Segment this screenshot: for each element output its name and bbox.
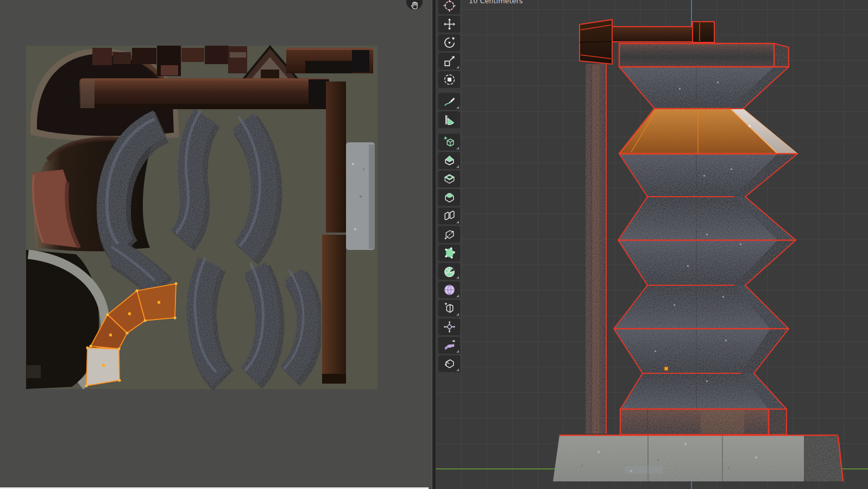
- transform-icon: [443, 73, 456, 86]
- tool-edge-slide-button[interactable]: [438, 300, 460, 317]
- inset-faces-icon: [443, 172, 456, 186]
- uv-island-stone-bar[interactable]: [346, 142, 375, 250]
- active-face-dot: [664, 367, 668, 371]
- tool-annotate-button[interactable]: [438, 93, 460, 110]
- mesh-stone-base[interactable]: [553, 435, 843, 481]
- shear-icon: [443, 338, 456, 352]
- grid-scale-label: 10 Centimeters: [469, 0, 523, 5]
- scale-icon: [443, 54, 456, 68]
- uv-island-beam-top-right[interactable]: [286, 48, 373, 73]
- mesh-banner-object[interactable]: [436, 0, 868, 489]
- tool-inset-faces-button[interactable]: [438, 171, 460, 187]
- move-icon: [443, 17, 456, 31]
- measure-icon: [443, 113, 456, 127]
- annotate-icon: [443, 95, 456, 108]
- tool-transform-button[interactable]: [438, 71, 460, 88]
- tool-poly-build-button[interactable]: [438, 244, 460, 261]
- shrink-fatten-icon: [443, 320, 456, 334]
- bevel-icon: [443, 191, 456, 204]
- tool-add-cube-button[interactable]: [438, 134, 460, 151]
- spin-icon: [443, 265, 456, 278]
- editor-divider[interactable]: [432, 0, 436, 489]
- viewport-toolbar: [438, 0, 462, 373]
- tool-extrude-region-button[interactable]: [438, 152, 460, 169]
- tool-loop-cut-button[interactable]: [438, 208, 460, 224]
- tool-shrink-fatten-button[interactable]: [438, 318, 460, 335]
- edge-slide-icon: [443, 302, 456, 315]
- viewport-3d[interactable]: 10 Centimeters: [436, 0, 868, 489]
- tool-rotate-button[interactable]: [438, 34, 460, 51]
- knife-icon: [443, 228, 456, 241]
- tool-measure-button[interactable]: [438, 111, 460, 128]
- extrude-region-icon: [443, 154, 456, 167]
- tool-rip-region-button[interactable]: [438, 355, 460, 372]
- add-cube-icon: [443, 135, 456, 149]
- uv-island-beam-long[interactable]: [79, 78, 329, 109]
- loop-cut-icon: [443, 209, 456, 223]
- mesh-wood-band[interactable]: [620, 409, 787, 435]
- tool-move-button[interactable]: [438, 16, 460, 33]
- mesh-pole[interactable]: [586, 64, 606, 434]
- smooth-icon: [443, 283, 456, 297]
- tool-bevel-button[interactable]: [438, 189, 460, 206]
- selected-face-band[interactable]: [619, 109, 797, 154]
- tool-spin-button[interactable]: [438, 263, 460, 280]
- tool-knife-button[interactable]: [438, 226, 460, 243]
- rotate-icon: [443, 36, 456, 49]
- blender-window: 10 Centimeters: [0, 0, 868, 489]
- poly-build-icon: [443, 246, 456, 260]
- tool-scale-button[interactable]: [438, 53, 460, 70]
- mesh-crown-cap[interactable]: [619, 43, 789, 67]
- rip-region-icon: [443, 357, 456, 371]
- uv-texture-canvas[interactable]: [0, 0, 432, 489]
- cursor-icon: [443, 0, 456, 12]
- hand-icon: [410, 1, 419, 10]
- tool-shear-button[interactable]: [438, 337, 460, 354]
- uv-editor-panel[interactable]: [0, 0, 432, 489]
- tool-smooth-button[interactable]: [438, 281, 460, 298]
- tool-cursor-button[interactable]: [438, 0, 460, 14]
